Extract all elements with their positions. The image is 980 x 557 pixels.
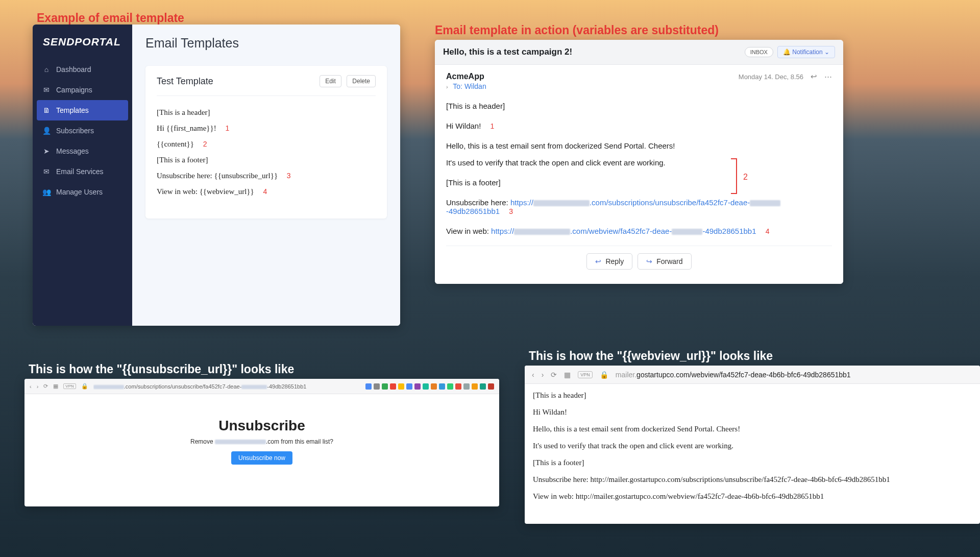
- annotation-num-4: 4: [766, 227, 770, 235]
- ext-icon[interactable]: [374, 383, 380, 390]
- sub-prefix: Remove: [190, 438, 215, 445]
- mail-line-greeting: Hi Wildan! 1: [446, 122, 832, 130]
- ext-icon[interactable]: [423, 383, 429, 390]
- redacted-host: [514, 229, 570, 235]
- ext-icon[interactable]: [480, 383, 486, 390]
- more-icon[interactable]: ⋯: [824, 72, 832, 81]
- ext-icon[interactable]: [472, 383, 478, 390]
- sidebar-item-label: Campaigns: [56, 86, 92, 94]
- mail-line-body1: Hello, this is a test email sent from do…: [446, 141, 832, 150]
- webview-line-header: [This is a header]: [533, 391, 972, 400]
- mail-actions: ↩ Reply ↪ Forward: [446, 246, 832, 278]
- envelope-icon: ✉: [43, 86, 50, 94]
- template-card: Test Template Edit Delete [This is a hea…: [145, 66, 387, 219]
- greeting-text: Hi Wildan!: [446, 122, 481, 130]
- ext-icon[interactable]: [439, 383, 445, 390]
- ext-icon[interactable]: [488, 383, 494, 390]
- mail-line-unsubscribe: Unsubscribe here: https://.com/subscript…: [446, 198, 832, 215]
- sidebar-item-subscribers[interactable]: 👤 Subscribers: [33, 120, 132, 141]
- delete-button[interactable]: Delete: [347, 75, 376, 87]
- chevron-right-icon: ›: [446, 84, 448, 90]
- file-icon: 🗎: [43, 106, 50, 114]
- ext-icon[interactable]: [398, 383, 404, 390]
- webview-line-greeting: Hi Wildan!: [533, 408, 972, 417]
- card-title: Test Template: [157, 76, 213, 87]
- forward-icon[interactable]: ›: [37, 383, 39, 390]
- ext-icon[interactable]: [390, 383, 396, 390]
- url-gray: mailer.: [616, 371, 636, 379]
- content-text: {{content}}: [157, 140, 194, 148]
- mail-header: Hello, this is a test campaign 2! INBOX …: [435, 40, 843, 65]
- url-part: .com/subscriptions/unsubscribe/fa452fc7-…: [124, 383, 242, 390]
- ext-icon[interactable]: [447, 383, 453, 390]
- annotation-num-4: 4: [263, 187, 267, 196]
- lock-icon: 🔒: [81, 383, 88, 390]
- annotation-num-3: 3: [287, 172, 291, 180]
- chevron-down-icon: ⌄: [824, 49, 829, 56]
- webview-link[interactable]: https://.com/webview/fa452fc7-deae--49db…: [491, 227, 758, 235]
- sidebar-item-email-services[interactable]: ✉ Email Services: [33, 161, 132, 182]
- unsubscribe-subtitle: Remove .com from this email list?: [24, 438, 499, 445]
- forward-button[interactable]: ↪ Forward: [638, 253, 691, 270]
- reload-icon[interactable]: ⟳: [551, 371, 557, 379]
- ext-icon[interactable]: [455, 383, 461, 390]
- back-icon[interactable]: ‹: [30, 383, 32, 390]
- greeting-text: Hi {{first_name}}!: [157, 124, 216, 132]
- template-line-webview: View in web: {{webview_url}} 4: [157, 187, 376, 196]
- ext-icon[interactable]: [414, 383, 421, 390]
- sidebar-item-templates[interactable]: 🗎 Templates: [37, 100, 128, 120]
- page-title: Email Templates: [145, 36, 387, 51]
- ext-icon[interactable]: [382, 383, 388, 390]
- browser-toolbar: ‹ › ⟳ ▦ VPN 🔒 .com/subscriptions/unsubsc…: [24, 379, 499, 394]
- sidebar-item-dashboard[interactable]: ⌂ Dashboard: [33, 59, 132, 80]
- ext-icon[interactable]: [463, 383, 470, 390]
- forward-icon[interactable]: ›: [542, 371, 544, 379]
- webview-line-footer: [This is a footer]: [533, 458, 972, 467]
- ext-icon[interactable]: [406, 383, 412, 390]
- browser-url[interactable]: .com/subscriptions/unsubscribe/fa452fc7-…: [93, 383, 360, 390]
- grid-icon[interactable]: ▦: [53, 383, 58, 390]
- mail-line-webview: View in web: https://.com/webview/fa452f…: [446, 227, 832, 235]
- annotation-num-1: 1: [225, 124, 229, 132]
- annotation-num-2: 2: [743, 173, 748, 182]
- unsubscribe-title: Unsubscribe: [24, 418, 499, 434]
- notification-dropdown[interactable]: 🔔 Notification ⌄: [777, 46, 835, 58]
- sidebar-item-campaigns[interactable]: ✉ Campaigns: [33, 80, 132, 100]
- mail-line-footer: [This is a footer]: [446, 178, 832, 187]
- reply-button[interactable]: ↩ Reply: [586, 253, 632, 270]
- caption-panel2: Email template in action (variables are …: [435, 23, 719, 37]
- sidebar-item-messages[interactable]: ➤ Messages: [33, 141, 132, 161]
- webview-line-body1: Hello, this is a test email sent from do…: [533, 425, 972, 433]
- paper-plane-icon: ➤: [43, 147, 50, 155]
- url-part: -49db28651bb1: [267, 383, 306, 390]
- template-line-greeting: Hi {{first_name}}! 1: [157, 124, 376, 133]
- unsubscribe-browser-window: ‹ › ⟳ ▦ VPN 🔒 .com/subscriptions/unsubsc…: [24, 379, 499, 506]
- back-icon[interactable]: ‹: [532, 371, 534, 379]
- redacted-host: [533, 200, 590, 206]
- annotation-num-2: 2: [203, 140, 207, 148]
- url-part: https://: [491, 227, 514, 235]
- reply-arrow-icon[interactable]: ↩: [811, 72, 817, 81]
- mail-date: Monday 14. Dec, 8.56: [739, 73, 803, 81]
- sidebar-item-label: Manage Users: [56, 188, 103, 196]
- url-part: .com/webview/fa452fc7-deae-: [570, 227, 672, 235]
- browser-url[interactable]: mailer.gostartupco.com/webview/fa452fc7-…: [616, 371, 851, 379]
- grid-icon[interactable]: ▦: [564, 371, 571, 379]
- inbox-badge: INBOX: [745, 47, 773, 57]
- sidebar-item-label: Subscribers: [56, 127, 94, 135]
- reload-icon[interactable]: ⟳: [43, 383, 48, 390]
- webview-text: View in web: {{webview_url}}: [157, 187, 254, 196]
- ext-icon[interactable]: [365, 383, 372, 390]
- sidebar-item-manage-users[interactable]: 👥 Manage Users: [33, 182, 132, 202]
- reply-icon: ↩: [595, 257, 601, 265]
- mail-to[interactable]: › To: Wildan: [446, 82, 486, 90]
- ext-icon[interactable]: [431, 383, 437, 390]
- web-label: View in web:: [446, 227, 491, 235]
- unsubscribe-now-button[interactable]: Unsubscribe now: [231, 451, 292, 465]
- template-line-content: {{content}} 2: [157, 140, 376, 149]
- vpn-badge: VPN: [63, 383, 76, 389]
- envelope-icon: ✉: [43, 167, 50, 176]
- browser-extension-icons: [365, 383, 494, 390]
- webview-browser-window: ‹ › ⟳ ▦ VPN 🔒 mailer.gostartupco.com/web…: [525, 366, 980, 524]
- edit-button[interactable]: Edit: [320, 75, 341, 87]
